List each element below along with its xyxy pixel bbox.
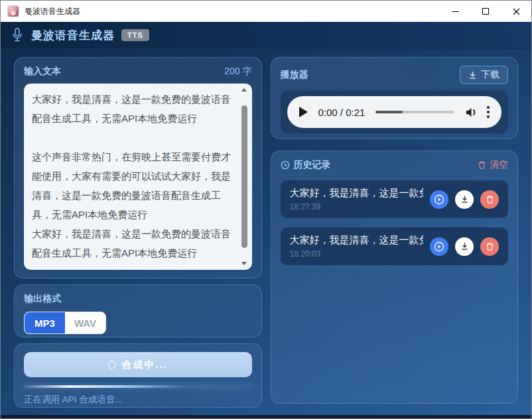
history-download-button[interactable] [455, 237, 474, 256]
history-item-time: 18:27:39 [290, 202, 424, 211]
audio-played-bar [375, 111, 402, 113]
minimize-icon [452, 11, 459, 12]
history-delete-button[interactable] [480, 237, 499, 256]
history-label: 历史记录 [281, 159, 331, 171]
trash-icon [478, 160, 486, 170]
play-circle-icon [434, 241, 444, 252]
history-play-button[interactable] [430, 237, 448, 256]
format-option-mp3[interactable]: MP3 [25, 312, 65, 333]
scroll-up-icon[interactable] [241, 88, 247, 91]
page-title: 曼波语音生成器 [31, 28, 115, 43]
input-text-panel: 输入文本 200 字 大家好，我是清喜，这是一款免费的曼波语音配音生成工具，无需… [14, 57, 262, 278]
textarea-scrollbar[interactable] [239, 86, 249, 268]
textarea-wrap: 大家好，我是清喜，这是一款免费的曼波语音配音生成工具，无需API本地免费运行 这… [24, 84, 252, 270]
main-content: 输入文本 200 字 大家好，我是清喜，这是一款免费的曼波语音配音生成工具，无需… [1, 49, 531, 415]
history-item-text: 大家好，我是清喜，这是一款免... [290, 234, 424, 247]
history-item-texts: 大家好，我是清喜，这是一款免... 18:20:03 [290, 234, 424, 259]
taskbar-sliver [1, 415, 531, 418]
app-icon [7, 5, 19, 17]
clear-history-button[interactable]: 清空 [478, 159, 508, 171]
input-panel-header: 输入文本 200 字 [24, 66, 252, 78]
history-item: 大家好，我是清喜，这是一款免... 18:20:03 [281, 227, 509, 265]
play-circle-icon [434, 194, 444, 205]
download-button[interactable]: 下载 [460, 66, 508, 84]
history-item-texts: 大家好，我是清喜，这是一款免... 18:27:39 [290, 187, 424, 211]
minimize-button[interactable] [440, 1, 470, 22]
history-download-button[interactable] [455, 190, 474, 209]
close-icon [513, 8, 520, 15]
download-button-label: 下载 [481, 69, 499, 81]
history-delete-button[interactable] [480, 190, 499, 209]
app-window: 曼波语音生成器 曼波语音生成器 TTS 输入 [0, 0, 532, 419]
synthesize-button[interactable]: 合成中... [24, 352, 252, 377]
right-column: 播放器 下载 0:00 / 0:21 [271, 57, 519, 415]
scroll-down-icon[interactable] [241, 262, 247, 265]
output-format-panel: 输出格式 MP3 WAV [14, 284, 262, 337]
history-item: 大家好，我是清喜，这是一款免... 18:27:39 [281, 180, 509, 218]
download-icon [468, 71, 477, 80]
left-column: 输入文本 200 字 大家好，我是清喜，这是一款免费的曼波语音配音生成工具，无需… [14, 57, 262, 415]
play-icon[interactable] [299, 107, 308, 117]
close-button[interactable] [501, 1, 531, 22]
player-panel: 播放器 下载 0:00 / 0:21 [271, 57, 519, 139]
window-controls [440, 1, 531, 22]
app-header: 曼波语音生成器 TTS [1, 22, 531, 49]
maximize-icon [482, 8, 489, 15]
synthesis-status-text: 正在调用 API 合成语音... [24, 394, 252, 406]
volume-icon[interactable] [465, 107, 478, 118]
trash-icon [486, 242, 494, 251]
history-label-text: 历史记录 [294, 159, 331, 171]
history-item-time: 18:20:03 [290, 249, 424, 259]
player-label: 播放器 [281, 69, 308, 81]
format-toggle: MP3 WAV [24, 312, 106, 334]
clock-icon [281, 160, 290, 170]
window-title: 曼波语音生成器 [25, 6, 80, 17]
download-icon [460, 242, 469, 251]
format-option-wav[interactable]: WAV [65, 312, 105, 333]
player-panel-header: 播放器 下载 [281, 66, 509, 84]
audio-player: 0:00 / 0:21 [287, 96, 502, 128]
history-panel: 历史记录 清空 大家好，我是清喜，这是一款免... 18:27:39 [271, 150, 519, 404]
audio-seek-slider[interactable] [375, 111, 454, 113]
trash-icon [486, 195, 494, 204]
history-play-button[interactable] [430, 190, 448, 209]
tts-badge: TTS [121, 29, 149, 41]
audio-shell: 0:00 / 0:21 [281, 91, 509, 133]
synthesize-button-label: 合成中... [121, 359, 168, 371]
maximize-button[interactable] [470, 1, 501, 22]
titlebar: 曼波语音生成器 [1, 1, 531, 22]
audio-time: 0:00 / 0:21 [318, 107, 366, 118]
scrollbar-thumb[interactable] [241, 105, 247, 247]
download-icon [460, 195, 469, 204]
output-format-label: 输出格式 [24, 293, 252, 305]
synthesize-panel: 合成中... 正在调用 API 合成语音... [14, 343, 262, 408]
more-options-icon[interactable] [487, 106, 490, 118]
input-text-label: 输入文本 [24, 66, 61, 78]
history-panel-header: 历史记录 清空 [281, 159, 509, 171]
scrollbar-track[interactable] [241, 94, 247, 259]
char-count: 200 字 [224, 66, 251, 78]
history-item-text: 大家好，我是清喜，这是一款免... [290, 187, 424, 200]
clear-history-label: 清空 [490, 159, 508, 171]
input-textarea[interactable]: 大家好，我是清喜，这是一款免费的曼波语音配音生成工具，无需API本地免费运行 这… [24, 84, 252, 270]
synthesis-progress-bar [24, 385, 252, 388]
spinner-icon [107, 361, 116, 369]
mic-icon [11, 28, 23, 42]
